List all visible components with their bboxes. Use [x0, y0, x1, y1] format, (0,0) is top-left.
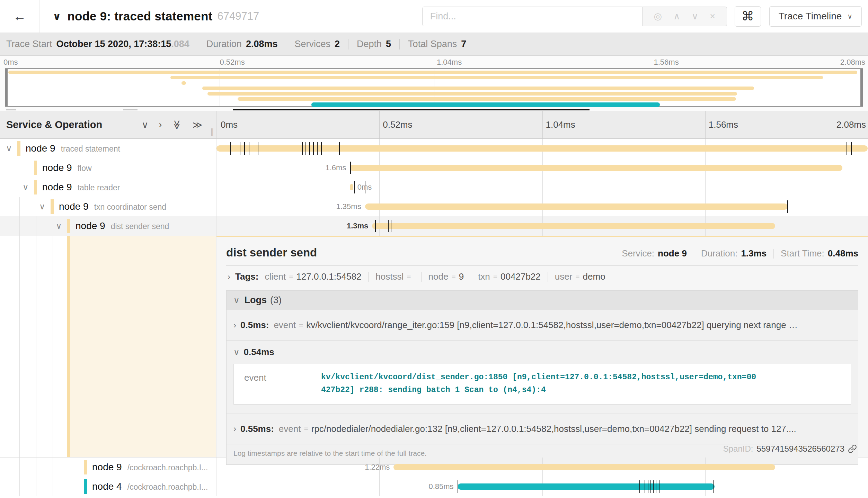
divider [286, 39, 286, 49]
span-duration-bar[interactable] [350, 165, 842, 171]
span-bar-lane[interactable]: 0ms [216, 178, 868, 197]
span-duration-bar[interactable] [216, 145, 868, 152]
span-operation-title: dist sender send [226, 246, 317, 259]
log-marker-tick [244, 142, 245, 155]
log-event-card: eventkv/kvclient/kvcoord/dist_sender.go:… [233, 364, 851, 405]
log-marker-tick [639, 480, 640, 493]
span-row[interactable]: node 4/cockroach.roachpb.I...0.85ms [0, 477, 868, 496]
stat-value: 5 [386, 39, 391, 49]
span-row[interactable]: ∨node 9txn coordinator send1.35ms [0, 197, 868, 216]
divider [198, 39, 198, 49]
minimap-span-bar [8, 71, 857, 74]
log-entry[interactable]: ›0.55ms:event=rpc/nodedialer/nodedialer.… [227, 414, 858, 444]
minimap-canvas[interactable] [5, 68, 863, 107]
log-field-key: event [279, 424, 301, 434]
log-entry[interactable]: ›0.5ms:event=kv/kvclient/kvcoord/range_i… [227, 310, 858, 341]
span-tree-item[interactable]: ∨node 9txn coordinator send [0, 197, 216, 216]
minimap-tick-label: 1.04ms [437, 58, 462, 67]
chevron-down-icon: ∨ [847, 12, 852, 20]
service-operation-title: Service & Operation [6, 119, 102, 130]
span-duration-bar[interactable] [372, 223, 775, 229]
minimap-span-bar [238, 97, 736, 101]
span-bar-lane[interactable]: 1.3ms [216, 216, 868, 236]
log-marker-tick [847, 142, 847, 155]
log-marker-tick [648, 480, 648, 493]
expander-chevron-down-icon[interactable]: ∨ [6, 144, 12, 153]
service-name: node 9 [42, 162, 72, 173]
tree-guide-line [3, 158, 3, 178]
clear-find-icon[interactable]: × [710, 11, 715, 22]
column-resize-grip[interactable]: ∥ [210, 127, 214, 136]
minimap-span-bar [170, 76, 823, 79]
span-row[interactable]: ∨node 9dist sender send1.3ms [0, 216, 868, 236]
trace-id: 6749717 [217, 10, 259, 22]
span-row[interactable]: ∨node 9table reader0ms [0, 178, 868, 197]
minimap-scroll-thumb[interactable] [233, 109, 590, 110]
keyboard-shortcuts-button[interactable]: ⌘ [735, 6, 761, 27]
span-bar-lane[interactable]: 0.85ms [216, 477, 868, 496]
chevron-right-icon: › [233, 424, 236, 434]
span-tree-item[interactable]: ∨node 9dist sender send [0, 216, 216, 236]
tree-controls: ∨ › ≫ ≫ [142, 119, 202, 130]
timeline-gridline [379, 178, 380, 197]
span-tree-item[interactable]: node 9flow [0, 158, 216, 178]
divider [548, 272, 548, 282]
tag-key: hostssl [375, 271, 404, 282]
meta-label: Service: [622, 248, 654, 259]
expander-chevron-down-icon[interactable]: ∨ [23, 182, 29, 192]
collapse-trace-icon[interactable]: ∨ [53, 10, 61, 22]
span-tree-item[interactable]: node 9/cockroach.roachpb.I... [0, 458, 216, 477]
locate-icon[interactable]: ◎ [654, 11, 662, 22]
divider [348, 39, 348, 49]
trace-view-selector[interactable]: Trace Timeline ∨ [769, 6, 862, 27]
collapse-deep-icon[interactable]: ≫ [172, 120, 183, 129]
log-marker-tick [317, 142, 318, 155]
expander-chevron-down-icon[interactable]: ∨ [39, 202, 45, 211]
chevron-right-icon: › [233, 320, 236, 330]
trace-view-label: Trace Timeline [779, 11, 842, 22]
stat-value: 2 [335, 39, 340, 49]
span-row[interactable]: node 9/cockroach.roachpb.I...1.22ms [0, 458, 868, 477]
log-equals: = [304, 425, 308, 433]
log-timestamp: 0.55ms: [240, 424, 274, 434]
log-marker-tick [350, 162, 351, 174]
minimap-span-bar [202, 87, 754, 90]
tree-guide-line [36, 216, 36, 236]
find-input[interactable] [422, 7, 643, 26]
trace-stats-bar: Trace StartOctober 15 2020, 17:38:15.084… [0, 33, 868, 56]
log-marker-tick [645, 480, 645, 493]
tree-guide-line [36, 236, 36, 457]
span-duration-bar[interactable] [458, 483, 715, 490]
span-row[interactable]: node 9flow1.6ms [0, 158, 868, 178]
span-bar-lane[interactable]: 1.6ms [216, 158, 868, 178]
logs-header[interactable]: ∨ Logs (3) [227, 291, 858, 310]
span-duration-bar[interactable] [365, 203, 788, 210]
span-name: node 9dist sender send [76, 220, 169, 232]
span-tree-item[interactable]: ∨node 9traced statement [0, 139, 216, 158]
next-match-icon[interactable]: ∨ [692, 11, 699, 22]
span-bar-lane[interactable]: 1.35ms [216, 197, 868, 216]
timeline-header-row: Service & Operation ∨ › ≫ ≫ ∥ 0ms0.52ms1… [0, 111, 868, 139]
link-icon[interactable] [848, 444, 857, 453]
tag-value: 00427b22 [501, 271, 541, 282]
expander-chevron-down-icon[interactable]: ∨ [56, 221, 62, 231]
collapse-all-icon[interactable]: ∨ [142, 119, 149, 130]
span-duration-bar[interactable] [350, 184, 353, 190]
span-bar-lane[interactable]: 1.22ms [216, 458, 868, 477]
service-name: node 9 [76, 220, 105, 231]
span-duration-bar[interactable] [393, 464, 775, 470]
find-tools: ◎ ∧ ∨ × [643, 7, 727, 26]
log-entry-header[interactable]: ∨0.54ms [227, 341, 858, 361]
minimap-scrubber-left[interactable] [5, 69, 8, 106]
span-bar-lane[interactable] [216, 139, 868, 158]
span-tree-item[interactable]: node 4/cockroach.roachpb.I... [0, 477, 216, 496]
expand-one-icon[interactable]: › [159, 119, 162, 130]
prev-match-icon[interactable]: ∧ [673, 11, 680, 22]
back-button[interactable]: ← [0, 0, 39, 33]
minimap-scrubber-right[interactable] [860, 69, 863, 106]
expand-all-icon[interactable]: ≫ [193, 119, 202, 130]
span-row[interactable]: ∨node 9traced statement [0, 139, 868, 158]
tags-section[interactable]: › Tags: client=127.0.0.1:54582hostssl=no… [226, 266, 858, 287]
trace-title-group: ∨ node 9: traced statement 6749717 [53, 9, 259, 23]
span-tree-item[interactable]: ∨node 9table reader [0, 178, 216, 197]
